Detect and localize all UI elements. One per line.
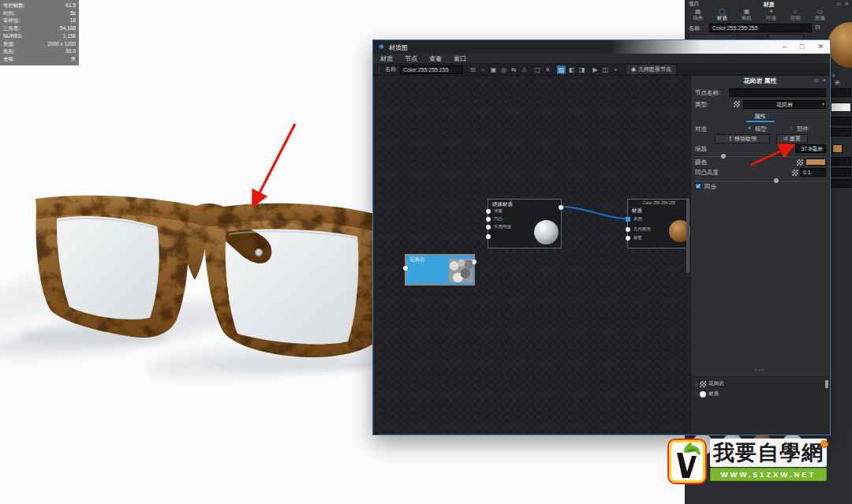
input-port[interactable] xyxy=(486,234,491,239)
tree-item-material[interactable]: └ 材质 xyxy=(694,390,719,398)
node-graph-canvas[interactable]: 花岗岩 绝缘材质 传输 凹凸 不透明度 Color xyxy=(375,76,690,434)
maximize-button[interactable]: □ xyxy=(800,42,804,51)
output-port[interactable] xyxy=(559,205,563,210)
canvas-scrollbar[interactable] xyxy=(686,198,689,273)
color-texture-icon[interactable] xyxy=(797,159,803,166)
tree-scrollbar[interactable] xyxy=(825,380,828,388)
surface-input-port[interactable] xyxy=(626,217,630,222)
input-port[interactable] xyxy=(486,225,491,230)
target-icon[interactable]: ◎ xyxy=(499,65,508,74)
input-port[interactable] xyxy=(486,209,491,214)
node-tree: ├ 花岗岩 └ 材质 xyxy=(691,376,829,434)
geometry-input-port[interactable] xyxy=(626,227,630,232)
granite-properties-panel: 花岗岩 属性 ⊡ ✕ 节点名称: 类型: 花岗岩 ▾ 属性 对准 ● 模型 ○ … xyxy=(690,76,829,434)
clipped-field-fragment[interactable] xyxy=(831,88,851,97)
white-swatch-fragment[interactable] xyxy=(831,103,851,112)
toolbar-material-name-field[interactable]: Color:255:255:255 xyxy=(400,65,463,74)
stat-label: 焦距: xyxy=(3,47,15,55)
unit-fragment-label: 米 xyxy=(835,79,840,87)
panel-icon[interactable]: ◫ xyxy=(601,65,610,74)
preview-icon[interactable]: ▨ xyxy=(557,65,566,74)
color-swatch[interactable] xyxy=(805,159,826,166)
menu-window[interactable]: 窗口 xyxy=(454,54,466,63)
label-input-port[interactable] xyxy=(626,236,630,241)
align-label: 对准 xyxy=(695,125,707,133)
fragment-close-icon[interactable]: ✕ xyxy=(831,73,835,78)
flow-icon[interactable]: ▶ xyxy=(591,65,600,74)
dock-tab-material[interactable]: ◯材质 xyxy=(710,8,734,23)
dock-name-label: 名称: xyxy=(689,24,701,32)
node-dielectric[interactable]: 绝缘材质 传输 凹凸 不透明度 xyxy=(488,199,562,248)
scale-slider[interactable] xyxy=(695,155,825,157)
color-label: 颜色 xyxy=(695,159,707,166)
bump-value-field[interactable]: 0.1 xyxy=(800,168,826,177)
dock-tab-image[interactable]: ▭图像 xyxy=(808,8,832,23)
bump-texture-icon[interactable] xyxy=(792,170,798,176)
delete-icon[interactable]: ✕ xyxy=(544,65,552,74)
input-port[interactable] xyxy=(486,217,491,222)
scale-slider-handle[interactable] xyxy=(721,154,726,159)
material-preview-sphere[interactable] xyxy=(828,22,852,68)
menu-material[interactable]: 材质 xyxy=(380,54,393,63)
panel-close-icon[interactable]: ✕ xyxy=(822,77,826,83)
dock-tab-scene[interactable]: ▦场景 xyxy=(686,8,710,23)
dock-material-name-field[interactable]: Color:255:255:255 xyxy=(709,24,812,32)
node-name-label: 节点名称: xyxy=(695,89,720,97)
type-dropdown[interactable]: 花岗岩 xyxy=(743,100,826,109)
scale-value-field[interactable]: 37.8毫米 xyxy=(795,144,826,153)
dock-tabs: ▦场景 ◯材质 ▣相机 ☀环境 ☼照明 ▭图像 xyxy=(686,8,832,23)
tab-properties[interactable]: 属性 xyxy=(691,113,829,121)
bump-slider-handle[interactable] xyxy=(774,178,779,183)
watermark-site-name: 我要自學網 xyxy=(710,439,827,467)
type-label: 类型: xyxy=(695,101,708,109)
menu-view[interactable]: 查看 xyxy=(429,54,442,63)
image-icon[interactable]: ▣ xyxy=(489,65,498,74)
geometry-node-button[interactable]: ◉ 几何图形节点 xyxy=(626,64,677,75)
stat-label: 采样值: xyxy=(3,17,20,24)
toolbar-grip[interactable]: ⋮ xyxy=(376,66,382,73)
clipped-field-fragment[interactable] xyxy=(831,168,851,177)
clipped-field-fragment[interactable] xyxy=(831,179,851,188)
radio-part[interactable]: ○ xyxy=(790,125,793,130)
clipped-field-fragment[interactable] xyxy=(831,117,851,125)
swap-icon[interactable]: ⇆ xyxy=(510,65,518,74)
link-icon[interactable]: ○ xyxy=(479,65,488,74)
save-icon[interactable]: ⊟ xyxy=(469,65,477,74)
orange-swatch-fragment[interactable] xyxy=(832,144,843,153)
menu-node[interactable]: 节点 xyxy=(405,54,417,63)
reset-button[interactable]: ↺重置 xyxy=(776,134,808,144)
stat-label: NURBS: xyxy=(3,32,23,40)
clipped-field-fragment[interactable] xyxy=(831,128,851,136)
stat-label: 每秒帧数: xyxy=(3,2,25,9)
texture-right-icon[interactable]: ◨ xyxy=(577,65,586,74)
node-granite[interactable]: 花岗岩 xyxy=(405,254,475,286)
input-port[interactable] xyxy=(403,266,408,271)
texture-left-icon[interactable]: ◧ xyxy=(567,65,576,74)
dock-pin-icon[interactable]: ⊡ xyxy=(837,1,841,6)
splitter-handle[interactable]: ••• xyxy=(691,368,829,372)
dock-tab-lighting[interactable]: ☼照明 xyxy=(783,8,808,23)
dock-close-icon[interactable]: ✕ xyxy=(845,1,849,6)
radio-model[interactable]: ● xyxy=(748,125,751,130)
close-button[interactable]: ✕ xyxy=(817,42,824,51)
clipped-field-fragment[interactable] xyxy=(831,157,851,166)
type-thumbnail-icon xyxy=(734,101,740,107)
warning-icon[interactable]: ⚠ xyxy=(520,65,529,74)
panel-pin-icon[interactable]: ⊡ xyxy=(814,77,818,83)
window-titlebar[interactable]: ◉ 材质图 – □ ✕ xyxy=(373,40,830,54)
node-name-input[interactable] xyxy=(729,88,826,97)
move-texture-button[interactable]: ↥移动纹理 xyxy=(715,134,770,144)
node-material-root[interactable]: Color 255 255 255 材质 表面 几何图形 标签 xyxy=(627,199,689,248)
copy-icon[interactable]: ▢ xyxy=(533,65,542,74)
window-title: 材质图 xyxy=(389,43,408,52)
sync-checkbox[interactable]: ✓ xyxy=(695,183,701,189)
add-icon[interactable]: + xyxy=(611,65,620,74)
save-icon[interactable]: ⊟ xyxy=(815,24,820,31)
render-stats-overlay: 每秒帧数:61.5 时间:5s 采样值:18 三角形:54,188 NURBS:… xyxy=(0,0,79,65)
bump-slider[interactable] xyxy=(695,180,825,181)
toolbar-name-label: 名称: xyxy=(385,65,398,73)
dock-tab-camera[interactable]: ▣相机 xyxy=(734,8,759,23)
minimize-button[interactable]: – xyxy=(783,42,787,51)
tree-item-granite[interactable]: ├ 花岗岩 xyxy=(694,380,724,387)
dock-tab-environment[interactable]: ☀环境 xyxy=(759,8,783,23)
